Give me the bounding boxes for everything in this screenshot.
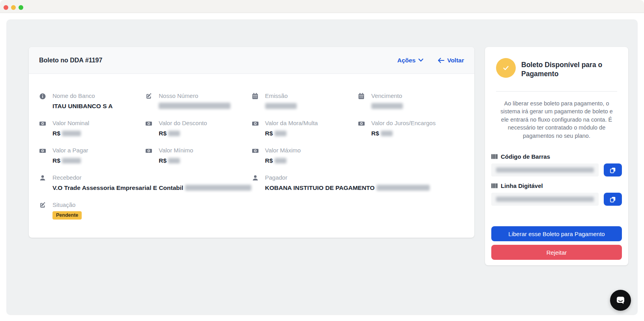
reject-boleto-button[interactable]: Rejeitar	[491, 245, 622, 260]
field-valor-mora-multa: Valor da Mora/Multa R$	[252, 120, 358, 137]
check-circle-icon	[496, 58, 516, 78]
field-value-currency: R$	[52, 157, 145, 164]
panel-description: Ao liberar esse boleto para pagamento, o…	[496, 99, 617, 140]
field-label: Valor Nominal	[52, 120, 145, 127]
field-emissao: Emissão	[252, 92, 358, 110]
field-label: Valor do Desconto	[159, 120, 251, 127]
field-recebedor: Recebedor V.O Trade Assessoria Empresari…	[39, 174, 252, 191]
back-link-label: Voltar	[447, 57, 464, 64]
copy-icon	[609, 196, 616, 203]
info-icon	[39, 93, 46, 100]
field-situacao: Situação Pendente	[39, 201, 464, 220]
field-valor-maximo: Valor Máximo R$	[252, 147, 358, 164]
money-icon	[252, 120, 259, 127]
field-label: Valor Máximo	[265, 147, 358, 154]
person-icon	[39, 175, 46, 182]
copy-barcode-button[interactable]	[604, 163, 622, 176]
field-label: Recebedor	[52, 174, 252, 181]
minimize-window-button[interactable]	[11, 5, 16, 10]
field-value-currency: R$	[265, 157, 358, 164]
field-value-currency: R$	[159, 130, 251, 137]
chat-icon	[615, 295, 626, 306]
calendar-icon	[252, 93, 259, 100]
chat-launcher-button[interactable]	[610, 290, 631, 311]
arrow-left-icon	[438, 58, 444, 63]
back-link[interactable]: Voltar	[438, 57, 464, 64]
barcode-icon	[491, 183, 498, 189]
money-icon	[145, 120, 152, 127]
field-label: Nome do Banco	[52, 92, 145, 99]
release-boleto-button[interactable]: Liberar esse Boleto para Pagamento	[491, 226, 622, 241]
money-icon	[358, 120, 365, 127]
field-valor-desconto: Valor do Desconto R$	[145, 120, 251, 137]
boleto-card-header: Boleto no DDA #1197 Ações Voltar	[29, 47, 474, 74]
field-label: Vencimento	[371, 92, 464, 99]
status-badge: Pendente	[52, 211, 82, 220]
person-icon	[252, 175, 259, 182]
divider	[496, 91, 617, 92]
field-label: Situação	[52, 201, 464, 208]
field-label: Nosso Número	[159, 92, 251, 99]
field-value-currency: R$	[52, 130, 145, 137]
copy-icon	[609, 167, 616, 174]
field-value-currency: R$	[159, 157, 251, 164]
money-icon	[252, 147, 259, 154]
field-pagador: Pagador KOBANA INSTITUIO DE PAGAMENTO	[252, 174, 464, 191]
field-valor-nominal: Valor Nominal R$	[39, 120, 145, 137]
app-window: { "boleto_card": { "title": "Boleto no D…	[0, 0, 644, 321]
field-valor-minimo: Valor Mínimo R$	[145, 147, 251, 164]
money-icon	[39, 120, 46, 127]
maximize-window-button[interactable]	[19, 5, 23, 10]
edit-icon	[145, 93, 152, 100]
actions-dropdown-label: Ações	[397, 57, 416, 64]
content-area: Boleto no DDA #1197 Ações Voltar	[6, 19, 638, 315]
field-value-currency: R$	[265, 130, 358, 137]
field-value: V.O Trade Assessoria Empresarial E Conta…	[52, 184, 252, 191]
field-label: Pagador	[265, 174, 464, 181]
field-value-redacted	[371, 102, 464, 110]
page-title: Boleto no DDA #1197	[39, 57, 102, 64]
field-valor-a-pagar: Valor a Pagar R$	[39, 147, 145, 164]
field-value-redacted	[159, 102, 251, 110]
window-titlebar	[0, 0, 644, 13]
field-valor-juros-encargos: Valor do Juros/Encargos R$	[358, 120, 464, 137]
chevron-down-icon	[418, 58, 423, 62]
field-value: KOBANA INSTITUIO DE PAGAMENTO	[265, 184, 464, 191]
digitable-line-label: Linha Digitável	[501, 182, 543, 189]
barcode-icon	[491, 154, 498, 160]
field-value-redacted	[265, 102, 358, 110]
field-label: Emissão	[265, 92, 358, 99]
field-nosso-numero: Nosso Número	[145, 92, 251, 110]
boleto-detail-card: Boleto no DDA #1197 Ações Voltar	[29, 47, 474, 238]
field-empty	[358, 147, 464, 164]
money-icon	[145, 147, 152, 154]
payment-panel: Boleto Disponível para o Pagamento Ao li…	[485, 47, 628, 265]
field-value-currency: R$	[371, 130, 464, 137]
edit-icon	[39, 202, 46, 209]
field-label: Valor Mínimo	[159, 147, 251, 154]
field-label: Valor da Mora/Multa	[265, 120, 358, 127]
actions-dropdown-button[interactable]: Ações	[397, 57, 424, 64]
field-vencimento: Vencimento	[358, 92, 464, 110]
barcode-value-field[interactable]	[491, 163, 599, 176]
field-bank-name: Nome do Banco ITAU UNIBANCO S A	[39, 92, 145, 110]
field-label: Valor a Pagar	[52, 147, 145, 154]
field-label: Valor do Juros/Encargos	[371, 120, 464, 127]
panel-title: Boleto Disponível para o Pagamento	[521, 58, 617, 79]
calendar-icon	[358, 93, 365, 100]
money-icon	[39, 147, 46, 154]
digitable-line-value-field[interactable]	[491, 193, 599, 206]
field-value: ITAU UNIBANCO S A	[52, 102, 145, 110]
copy-digitable-line-button[interactable]	[604, 193, 622, 206]
barcode-label: Código de Barras	[501, 153, 550, 160]
close-window-button[interactable]	[4, 5, 8, 10]
